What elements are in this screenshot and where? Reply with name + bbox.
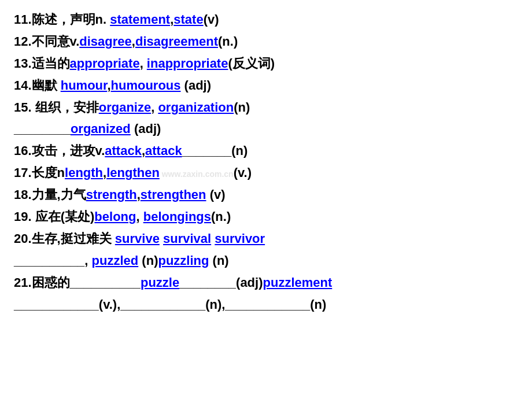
line-13-suffix: (反义词) xyxy=(228,56,275,71)
line-18: 18.力量,力气strength,strengthen (v) xyxy=(14,186,518,204)
line-15-suffix: (n) xyxy=(234,100,250,114)
line-12-answer1: disagree xyxy=(79,34,132,49)
line-14-suffix: (adj) xyxy=(181,78,212,93)
line-12-answer2: disagreement xyxy=(135,34,218,49)
line-14: 14.幽默 humour,humourous (adj) xyxy=(14,76,518,95)
line-20-answer2: survival xyxy=(163,231,211,246)
line-20b-sep: (n) xyxy=(138,253,158,268)
line-20: 20.生存,挺过难关 survive survival survivor xyxy=(14,230,518,248)
content-area: 11.陈述，声明n. statement,state(v) 12.不同意v.di… xyxy=(14,10,518,313)
line-11-answer1: statement xyxy=(110,12,170,27)
line-19: 19. 应在(某处)belong, belongings(n.) xyxy=(14,208,518,226)
line-19-answer2: belongings xyxy=(143,209,211,224)
line-20-prefix: 20.生存,挺过难关 xyxy=(14,231,115,246)
line-15b-answer1: organized xyxy=(71,121,131,136)
line-17-prefix: 17.长度n xyxy=(14,165,65,180)
line-13-prefix: 13.适当的 xyxy=(14,56,70,71)
line-13-sep1: , xyxy=(140,56,147,71)
line-20b-blank1: __________, xyxy=(14,253,92,268)
line-21-prefix: 21.困惑的__________ xyxy=(14,275,141,290)
line-16-suffix: _______(n) xyxy=(182,143,248,158)
line-15: 15. 组织，安排organize, organization(n) xyxy=(14,98,518,117)
line-15-answer1: organize xyxy=(99,100,151,114)
line-12-suffix: (n.) xyxy=(218,34,238,49)
line-11-prefix: 11.陈述，声明n. xyxy=(14,12,110,27)
line-19-sep1: , xyxy=(136,209,143,224)
line-15b-suffix: (adj) xyxy=(131,121,161,136)
line-19-suffix: (n.) xyxy=(211,209,231,224)
line-13-answer1: appropriate xyxy=(70,56,140,71)
line-20b: __________, puzzled (n)puzzling (n) xyxy=(14,252,518,270)
line-21-answer1: puzzle xyxy=(141,275,179,290)
line-18-answer1: strength xyxy=(86,187,137,202)
line-17-watermark: www.zaxin.com.cn xyxy=(160,169,234,179)
line-21b: ____________(v.),____________(n),_______… xyxy=(14,295,518,314)
line-16-answer1: attack xyxy=(105,143,142,158)
line-15-prefix: 15. 组织，安排 xyxy=(14,100,99,114)
line-14-answer1: humour xyxy=(61,78,108,93)
line-13: 13.适当的appropriate, inappropriate(反义词) xyxy=(14,54,518,73)
line-15-answer2: organization xyxy=(158,100,234,114)
line-20-answer1: survive xyxy=(115,231,160,246)
line-21b-text: ____________(v.),____________(n),_______… xyxy=(14,297,326,312)
line-20-answer3: survivor xyxy=(215,231,265,246)
line-15b: ________organized (adj) xyxy=(14,120,518,138)
line-17-answer1: length xyxy=(65,165,103,180)
line-17-answer2: lengthen xyxy=(106,165,160,180)
line-17: 17.长度nlength,lengthen www.zaxin.com.cn(v… xyxy=(14,164,518,182)
line-18-prefix: 18.力量,力气 xyxy=(14,187,86,202)
line-19-answer1: belong xyxy=(94,209,136,224)
line-18-suffix: (v) xyxy=(206,187,226,202)
line-21: 21.困惑的__________puzzle________(adj)puzzl… xyxy=(14,274,518,292)
line-21-answer2: puzzlement xyxy=(263,275,332,290)
line-11: 11.陈述，声明n. statement,state(v) xyxy=(14,10,518,29)
line-20b-suffix: (n) xyxy=(209,253,228,268)
line-13-answer2: inappropriate xyxy=(147,56,228,71)
line-17-suffix: (v.) xyxy=(234,165,252,180)
line-19-prefix: 19. 应在(某处) xyxy=(14,209,94,224)
line-12: 12.不同意v.disagree,disagreement(n.) xyxy=(14,32,518,51)
line-21-blank: ________ xyxy=(179,275,236,290)
line-16-answer2: attack xyxy=(145,143,182,158)
line-20b-answer2: puzzling xyxy=(158,253,209,268)
line-14-prefix: 14.幽默 xyxy=(14,78,61,93)
line-16-prefix: 16.攻击，进攻v. xyxy=(14,143,105,158)
line-20b-answer1: puzzled xyxy=(92,253,139,268)
line-14-answer2: humourous xyxy=(111,78,181,93)
line-18-answer2: strengthen xyxy=(141,187,206,202)
line-12-prefix: 12.不同意v. xyxy=(14,34,79,49)
line-11-suffix: (v) xyxy=(204,12,219,27)
line-21-suffix: (adj) xyxy=(236,275,263,290)
line-11-answer2: state xyxy=(173,12,203,27)
line-16: 16.攻击，进攻v.attack,attack_______(n) xyxy=(14,142,518,160)
line-15-sep1: , xyxy=(151,100,158,114)
line-15b-blank: ________ xyxy=(14,121,71,136)
